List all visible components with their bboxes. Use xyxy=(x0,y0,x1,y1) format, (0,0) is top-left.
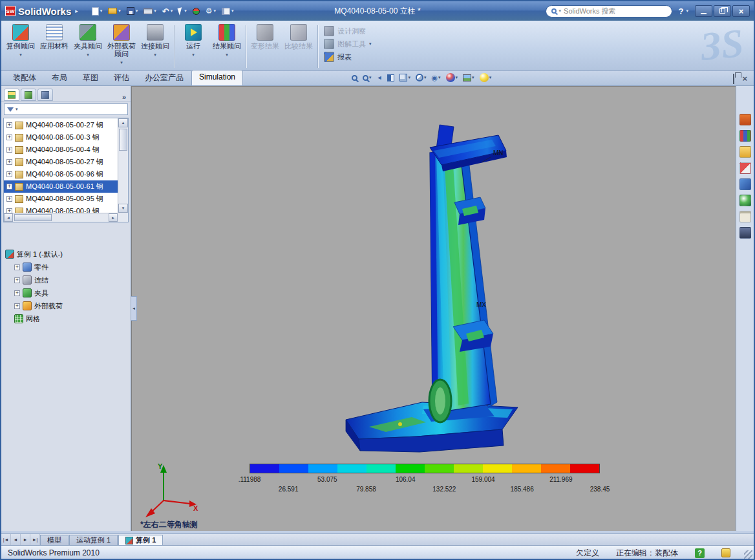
study-item-parts[interactable]: 零件 xyxy=(5,261,129,274)
ribbon-button-fixtures-advisor[interactable]: 夹具顾问 xyxy=(71,23,105,70)
scrollbar-thumb[interactable] xyxy=(14,214,52,221)
tab-sketch[interactable]: 草图 xyxy=(75,70,106,85)
rebuild-button[interactable] xyxy=(191,5,202,17)
ribbon-button-apply-material[interactable]: 应用材料 xyxy=(37,23,71,70)
undo-button[interactable] xyxy=(160,5,175,17)
file-explorer-icon[interactable] xyxy=(739,146,751,158)
first-tab-arrow[interactable] xyxy=(1,534,11,545)
tree-item[interactable]: MQ4040-08-05-00-27 钢 xyxy=(4,119,118,131)
zoom-fit-button[interactable] xyxy=(350,74,359,81)
expand-icon[interactable] xyxy=(6,184,12,189)
study-item-connections[interactable]: 连结 xyxy=(5,274,129,286)
expand-icon[interactable] xyxy=(6,122,12,128)
doc-restore-button[interactable] xyxy=(733,74,734,83)
minimize-button[interactable] xyxy=(695,5,712,17)
featuremanager-tab[interactable] xyxy=(4,89,19,101)
expand-icon[interactable] xyxy=(14,290,20,296)
tree-item[interactable]: MQ4040-08-05-00-9 钢 xyxy=(4,205,118,213)
ribbon-button-study-advisor[interactable]: 算例顾问 xyxy=(4,23,37,70)
tree-item[interactable]: MQ4040-08-05-00-3 钢 xyxy=(4,131,118,144)
solidworks-resources-icon[interactable] xyxy=(739,114,751,125)
design-library-icon[interactable] xyxy=(739,130,751,142)
ribbon-button-report[interactable]: 报表 xyxy=(324,52,372,62)
expand-icon[interactable] xyxy=(14,277,20,283)
appearances-scenes-icon[interactable] xyxy=(739,195,751,206)
search-results-icon[interactable] xyxy=(739,162,751,174)
legend-bar[interactable] xyxy=(250,464,600,473)
zoom-area-button[interactable] xyxy=(361,74,373,81)
ribbon-button-run[interactable]: 运行 xyxy=(176,23,210,70)
tab-layout[interactable]: 布局 xyxy=(44,70,75,85)
edit-appearance-button[interactable] xyxy=(445,72,460,83)
ribbon-button-results-advisor[interactable]: 结果顾问 xyxy=(210,23,244,70)
open-button[interactable] xyxy=(106,5,123,17)
ribbon-button-connections-advisor[interactable]: 连接顾问 xyxy=(138,23,172,70)
study-root-item[interactable]: 算例 1 (-默认-) xyxy=(5,248,129,261)
scrollbar-thumb[interactable] xyxy=(119,129,127,151)
scroll-down-arrow[interactable] xyxy=(118,204,128,213)
ribbon-button-external-loads-advisor[interactable]: 外部载荷顾问 xyxy=(105,23,138,70)
study-item-mesh[interactable]: 网格 xyxy=(5,312,129,325)
expand-icon[interactable] xyxy=(6,196,12,202)
result-color-legend[interactable]: .111988 26.591 53.075 79.858 106.04 132.… xyxy=(250,464,600,495)
tab-model[interactable]: 模型 xyxy=(40,535,69,545)
expand-icon[interactable] xyxy=(14,264,20,270)
save-button[interactable] xyxy=(125,5,140,17)
restore-button[interactable] xyxy=(714,5,731,17)
menu-expand-icon[interactable] xyxy=(75,8,78,14)
search-scope-caret-icon[interactable] xyxy=(559,8,562,14)
select-button[interactable] xyxy=(176,5,189,17)
expand-icon[interactable] xyxy=(6,171,12,177)
panes-button[interactable] xyxy=(220,5,236,17)
previous-tab-arrow[interactable] xyxy=(11,534,21,545)
new-document-button[interactable] xyxy=(90,5,105,17)
scroll-left-arrow[interactable] xyxy=(4,213,13,222)
previous-view-button[interactable] xyxy=(376,74,384,81)
expand-icon[interactable] xyxy=(6,159,12,165)
doc-close-button[interactable] xyxy=(742,74,747,83)
study-item-external-loads[interactable]: 外部载荷 xyxy=(5,299,129,312)
propertymanager-tab[interactable] xyxy=(21,89,36,101)
expand-icon[interactable] xyxy=(6,135,12,140)
search-input[interactable]: SolidWorks 搜索 xyxy=(546,5,672,17)
expand-icon[interactable] xyxy=(6,147,12,153)
document-recovery-icon[interactable] xyxy=(739,227,751,239)
custom-properties-icon[interactable] xyxy=(739,211,751,222)
scroll-right-arrow[interactable] xyxy=(109,213,118,222)
vertical-scrollbar[interactable] xyxy=(118,118,128,213)
tab-evaluate[interactable]: 评估 xyxy=(106,70,137,85)
panel-overflow-chevrons-icon[interactable] xyxy=(120,93,128,101)
tree-item[interactable]: MQ4040-08-05-00-27 钢 xyxy=(4,156,118,168)
tag-icon[interactable] xyxy=(721,548,730,557)
tree-item[interactable]: MQ4040-08-05-00-4 钢 xyxy=(4,144,118,156)
expand-icon[interactable] xyxy=(6,208,12,213)
view-palette-icon[interactable] xyxy=(739,178,751,190)
close-button[interactable] xyxy=(732,5,750,17)
panel-collapse-handle[interactable] xyxy=(131,296,137,321)
expand-icon[interactable] xyxy=(14,303,20,309)
apply-scene-button[interactable] xyxy=(462,74,476,82)
tab-motion-study[interactable]: 运动算例 1 xyxy=(69,535,118,545)
graphics-viewport[interactable]: MN MX Y X .111988 26.591 xyxy=(131,86,736,531)
tree-filter-input[interactable] xyxy=(4,103,128,115)
tree-item[interactable]: MQ4040-08-05-00-95 钢 xyxy=(4,193,118,205)
tree-item-selected[interactable]: MQ4040-08-05-00-61 钢 xyxy=(4,180,118,193)
tab-simulation-study[interactable]: 算例 1 xyxy=(118,535,163,545)
horizontal-scrollbar[interactable] xyxy=(4,213,118,222)
next-tab-arrow[interactable] xyxy=(21,534,30,545)
display-style-button[interactable] xyxy=(414,73,428,82)
tree-item[interactable]: MQ4040-08-05-00-96 钢 xyxy=(4,168,118,180)
view-settings-button[interactable] xyxy=(478,72,493,83)
section-view-button[interactable] xyxy=(386,74,396,82)
study-item-fixtures[interactable]: 夹具 xyxy=(5,286,129,299)
tab-assembly[interactable]: 装配体 xyxy=(5,70,44,85)
last-tab-arrow[interactable] xyxy=(30,534,40,545)
resize-grip[interactable] xyxy=(744,550,752,559)
tab-simulation[interactable]: Simulation xyxy=(191,70,243,85)
view-orientation-button[interactable] xyxy=(398,73,412,82)
scroll-up-arrow[interactable] xyxy=(118,118,128,127)
quick-tips-icon[interactable] xyxy=(695,548,705,558)
options-button[interactable] xyxy=(204,5,218,17)
print-button[interactable] xyxy=(142,5,158,17)
configurationmanager-tab[interactable] xyxy=(37,89,53,101)
